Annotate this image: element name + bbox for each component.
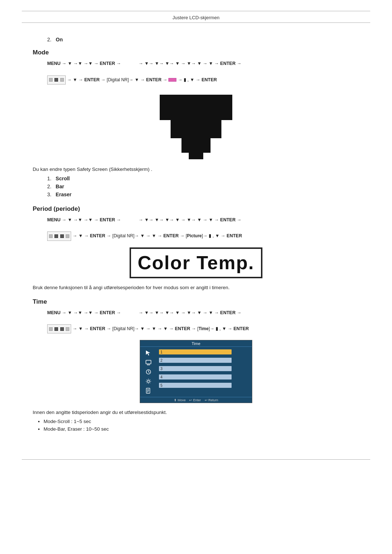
svg-rect-5 <box>146 360 151 364</box>
svg-line-11 <box>148 372 150 373</box>
svg-rect-2 <box>181 138 211 153</box>
period-menu-line1: MENU → ▼ →▼ →▼ → ENTER → → ▼→ ▼→ ▼→ ▼ → … <box>47 216 359 224</box>
mode-num-1: 1. <box>47 176 54 181</box>
time-rows-col: 1 2 3 <box>157 347 252 397</box>
time-desc: Innen den angitte tidsperioden angir du … <box>33 410 359 415</box>
time-row-3: 3 <box>159 365 250 372</box>
mode-num-2: 2. <box>47 184 54 189</box>
time-panel-body: 1 2 3 <box>140 347 252 397</box>
time-image-container: Time <box>33 340 359 403</box>
period-image-container: Color Temp. <box>33 247 359 278</box>
mode-list-item-3: 3. Eraser <box>47 192 359 197</box>
time-menu-line1: MENU → ▼ →▼ →▼ → ENTER → → ▼→ ▼→ ▼→ ▼ → … <box>47 309 359 317</box>
time-bullet-2: Mode-Bar, Eraser : 10~50 sec <box>44 426 359 432</box>
mode-eraser: Eraser <box>56 192 72 197</box>
time-menu-path: MENU → ▼ →▼ →▼ → ENTER → → ▼→ ▼→ ▼→ ▼ → … <box>47 309 359 334</box>
content-area: 2. On Mode MENU → ▼ →▼ →▼ → ENTER → → ▼→… <box>0 23 392 448</box>
time-panel-title: Time <box>140 340 252 347</box>
time-menu-line2: → ▼ → ENTER → [Digital NR]→ ▼ → ▼ → ▼ → … <box>47 324 359 333</box>
mode-menu-line1: MENU → ▼ →▼ →▼ → ENTER → → ▼→ ▼→ ▼→ ▼ → … <box>47 60 359 67</box>
time-bullets: Mode-Scroll : 1~5 sec Mode-Bar, Eraser :… <box>33 419 359 432</box>
footer-move: ⬆ Move <box>174 398 186 402</box>
svg-rect-3 <box>189 153 203 159</box>
color-temp-image: Color Temp. <box>130 247 262 278</box>
time-icon-2 <box>143 358 154 366</box>
time-bar-4: 4 <box>159 374 232 379</box>
time-row-4: 4 <box>159 373 250 381</box>
time-bar-1: 1 <box>159 349 232 354</box>
footer-return: ↩ Return <box>205 398 219 402</box>
svg-marker-4 <box>146 350 150 356</box>
time-bar-2: 2 <box>159 358 232 363</box>
mode-list-item-2: 2. Bar <box>47 184 359 189</box>
page-title: Justere LCD-skjermen <box>0 11 392 22</box>
svg-rect-0 <box>160 95 232 120</box>
item-2-value: On <box>56 37 63 42</box>
time-bullet-1: Mode-Scroll : 1~5 sec <box>44 419 359 424</box>
time-row-1: 1 <box>159 348 250 356</box>
mode-menu-path: MENU → ▼ →▼ →▼ → ENTER → → ▼→ ▼→ ▼→ ▼ → … <box>47 60 359 85</box>
period-desc: Bruk denne funksjonen til å angi utførel… <box>33 285 359 290</box>
time-bar-5: 5 <box>159 383 232 388</box>
mode-num-3: 3. <box>47 192 54 197</box>
svg-point-12 <box>147 380 150 382</box>
mode-scroll: Scroll <box>56 176 70 181</box>
item-2-on: 2. On <box>47 37 359 42</box>
time-icon-1 <box>143 349 154 357</box>
svg-rect-1 <box>171 120 221 138</box>
time-icon-3 <box>143 368 154 376</box>
mode-list-item-1: 1. Scroll <box>47 176 359 181</box>
time-row-5: 5 <box>159 382 250 389</box>
time-panel-footer: ⬆ Move ↩ Enter ↩ Return <box>140 397 252 403</box>
time-panel: Time <box>140 340 252 403</box>
mode-menu-line2: → ▼ → ENTER → [Digital NR]→ ▼ → ENTER → … <box>47 75 359 85</box>
page-container: Justere LCD-skjermen 2. On Mode MENU → ▼… <box>0 11 392 554</box>
period-menu-path: MENU → ▼ →▼ →▼ → ENTER → → ▼→ ▼→ ▼→ ▼ → … <box>47 216 359 241</box>
time-row-2: 2 <box>159 357 250 364</box>
footer-enter: ↩ Enter <box>189 398 201 402</box>
time-icon-5 <box>143 387 154 395</box>
time-icons-col <box>140 347 157 397</box>
bottom-rule <box>22 459 370 460</box>
item-2-num: 2. <box>47 37 52 42</box>
time-bar-3: 3 <box>159 366 232 371</box>
period-menu-line2: → ▼ → ENTER → [Digital NR]→ ▼ → ▼ → ENTE… <box>47 231 359 241</box>
mode-bar: Bar <box>56 184 64 189</box>
time-heading: Time <box>33 298 359 305</box>
mode-image-container <box>33 91 359 160</box>
period-heading: Period (periode) <box>33 205 359 213</box>
mode-heading: Mode <box>33 49 359 56</box>
mode-shape-svg <box>149 91 243 160</box>
mode-desc: Du kan endre typen Safety Screen (Sikker… <box>33 167 359 172</box>
time-icon-4 <box>143 377 154 385</box>
